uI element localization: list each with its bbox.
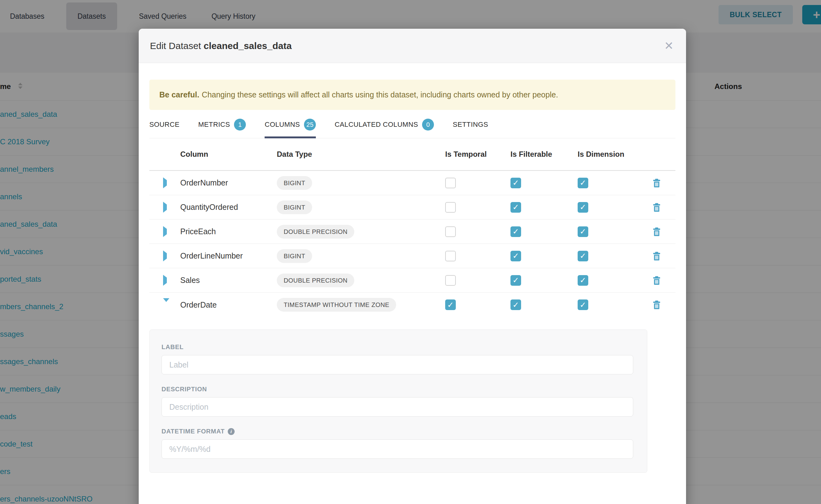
data-type-pill: BIGINT [277, 200, 312, 214]
description-input[interactable] [161, 397, 633, 417]
is-filterable-checkbox[interactable]: ✓ [511, 178, 521, 188]
is-temporal-checkbox[interactable] [445, 275, 456, 286]
is-filterable-checkbox[interactable]: ✓ [511, 202, 521, 213]
is-temporal-checkbox[interactable] [445, 226, 456, 237]
warning-banner: Be careful. Changing these settings will… [149, 80, 675, 110]
column-name: OrderLineNumber [180, 251, 277, 260]
delete-column-trash-icon[interactable] [651, 275, 662, 286]
column-name: QuantityOrdered [180, 203, 277, 212]
is-dimension-checkbox[interactable]: ✓ [578, 202, 588, 213]
is-dimension-checkbox[interactable]: ✓ [578, 251, 588, 261]
data-type-pill: TIMESTAMP WITHOUT TIME ZONE [277, 298, 396, 312]
is-temporal-checkbox[interactable] [445, 251, 456, 261]
info-icon[interactable]: i [228, 428, 235, 435]
columns-table-header: Column Data Type Is Temporal Is Filterab… [149, 138, 675, 171]
is-filterable-checkbox[interactable]: ✓ [511, 226, 521, 237]
dataset-name: cleaned_sales_data [204, 41, 292, 51]
column-row-OrderNumber: OrderNumberBIGINT✓✓ [149, 171, 675, 195]
tab-label: METRICS [198, 121, 230, 129]
description-field-label: DESCRIPTION [161, 386, 635, 393]
expand-caret-icon[interactable] [163, 250, 167, 261]
delete-column-trash-icon[interactable] [651, 202, 662, 213]
is-dimension-checkbox[interactable]: ✓ [578, 275, 588, 286]
label-input[interactable] [161, 355, 633, 374]
data-type-pill: BIGINT [277, 176, 312, 190]
is-filterable-checkbox[interactable]: ✓ [511, 251, 521, 261]
expand-caret-icon[interactable] [163, 202, 167, 213]
is-temporal-checkbox[interactable] [445, 178, 456, 188]
label-field-label: LABEL [161, 343, 635, 351]
data-type-pill: DOUBLE PRECISION [277, 274, 354, 287]
is-dimension-checkbox[interactable]: ✓ [578, 299, 588, 310]
is-dimension-checkbox[interactable]: ✓ [578, 226, 588, 237]
tab-label: CALCULATED COLUMNS [334, 121, 418, 129]
is-temporal-checkbox[interactable]: ✓ [445, 299, 456, 310]
tab-calculated-columns[interactable]: CALCULATED COLUMNS0 [334, 119, 434, 138]
delete-column-trash-icon[interactable] [651, 178, 662, 188]
description-form-group: DESCRIPTION [161, 386, 635, 417]
modal-title: Edit Dataset cleaned_sales_data [150, 41, 292, 51]
modal-header: Edit Dataset cleaned_sales_data ✕ [139, 29, 686, 63]
is-temporal-checkbox[interactable] [445, 202, 456, 213]
tab-columns[interactable]: COLUMNS25 [264, 119, 316, 138]
tab-metrics[interactable]: METRICS1 [198, 119, 246, 138]
is-filterable-checkbox[interactable]: ✓ [511, 275, 521, 286]
datetime-format-form-group: DATETIME FORMAT i [161, 428, 635, 459]
is-filterable-checkbox[interactable]: ✓ [511, 299, 521, 310]
header-column: Column [180, 150, 277, 159]
column-name: OrderDate [180, 300, 277, 309]
header-is-filterable: Is Filterable [511, 150, 578, 159]
expand-caret-icon[interactable] [163, 226, 167, 237]
tab-count-badge: 0 [422, 119, 434, 131]
warning-banner-bold: Be careful. [159, 90, 199, 99]
modal-tabs: SOURCEMETRICS1COLUMNS25CALCULATED COLUMN… [149, 119, 675, 138]
column-name: PriceEach [180, 227, 277, 236]
delete-column-trash-icon[interactable] [651, 299, 662, 310]
column-row-QuantityOrdered: QuantityOrderedBIGINT✓✓ [149, 195, 675, 220]
tab-label: COLUMNS [264, 121, 300, 129]
expand-caret-icon[interactable] [163, 275, 167, 286]
header-is-dimension: Is Dimension [578, 150, 651, 159]
is-dimension-checkbox[interactable]: ✓ [578, 178, 588, 188]
expand-caret-icon[interactable] [163, 177, 167, 188]
collapse-caret-icon[interactable] [163, 298, 169, 307]
header-data-type: Data Type [277, 150, 445, 159]
tab-label: SOURCE [149, 121, 180, 129]
column-name: OrderNumber [180, 178, 277, 187]
datetime-format-input[interactable] [161, 439, 633, 459]
data-type-pill: BIGINT [277, 249, 312, 263]
tab-label: SETTINGS [453, 121, 488, 129]
edit-dataset-modal: Edit Dataset cleaned_sales_data ✕ Be car… [139, 29, 686, 504]
column-row-PriceEach: PriceEachDOUBLE PRECISION✓✓ [149, 220, 675, 244]
datetime-format-field-label: DATETIME FORMAT i [161, 428, 635, 435]
delete-column-trash-icon[interactable] [651, 226, 662, 237]
columns-table-body: OrderNumberBIGINT✓✓QuantityOrderedBIGINT… [149, 171, 675, 317]
column-row-Sales: SalesDOUBLE PRECISION✓✓ [149, 268, 675, 293]
column-row-OrderDate: OrderDateTIMESTAMP WITHOUT TIME ZONE✓✓✓ [149, 293, 675, 317]
close-icon[interactable]: ✕ [661, 38, 677, 54]
tab-settings[interactable]: SETTINGS [453, 119, 488, 138]
warning-banner-text: Changing these settings will affect all … [202, 90, 558, 99]
tab-count-badge: 25 [304, 119, 316, 131]
data-type-pill: DOUBLE PRECISION [277, 225, 354, 239]
tab-count-badge: 1 [234, 119, 246, 131]
header-is-temporal: Is Temporal [445, 150, 511, 159]
tab-source[interactable]: SOURCE [149, 119, 180, 138]
delete-column-trash-icon[interactable] [651, 251, 662, 261]
column-name: Sales [180, 276, 277, 285]
column-detail-panel: LABEL DESCRIPTION DATETIME FORMAT i [149, 329, 647, 473]
column-row-OrderLineNumber: OrderLineNumberBIGINT✓✓ [149, 244, 675, 268]
label-form-group: LABEL [161, 343, 635, 374]
